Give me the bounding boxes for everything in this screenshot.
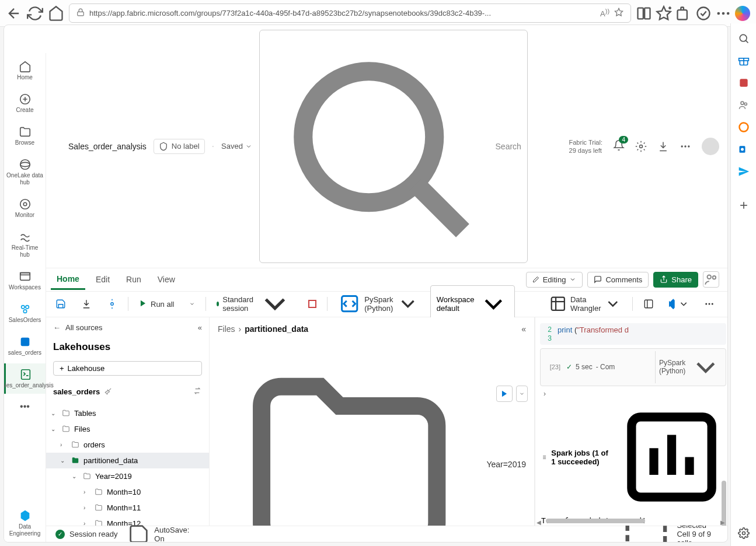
vscode-button[interactable]: [664, 296, 694, 312]
tree-files[interactable]: ⌄Files: [46, 421, 209, 437]
edge-tools-icon[interactable]: [738, 77, 750, 89]
more-icon[interactable]: [680, 141, 691, 152]
run-all-dropdown[interactable]: [184, 298, 200, 310]
scroll-right-icon[interactable]: ▶: [720, 519, 725, 526]
share-button[interactable]: Share: [653, 272, 698, 288]
edge-search-icon[interactable]: [738, 33, 750, 44]
svg-point-17: [741, 102, 744, 104]
lakehouse-name[interactable]: sales_orders: [53, 387, 100, 396]
edge-shopping-icon[interactable]: [738, 55, 750, 66]
nav-notebook[interactable]: Sales_order_analysis: [4, 363, 46, 394]
download-icon[interactable]: [657, 141, 669, 152]
avatar[interactable]: [702, 138, 719, 155]
tree-year2019[interactable]: ⌄Year=2019: [46, 468, 209, 484]
toolbar-settings-button[interactable]: [102, 296, 122, 312]
svg-point-30: [20, 200, 30, 209]
pin-icon[interactable]: [104, 387, 113, 397]
collections-icon[interactable]: [656, 5, 672, 22]
split-screen-icon[interactable]: [636, 5, 652, 22]
edge-365-icon[interactable]: [738, 121, 750, 133]
sensitivity-label[interactable]: No label: [154, 139, 205, 154]
nav-sales-orders-lh[interactable]: sales_orders: [4, 331, 46, 361]
vertical-scrollbar[interactable]: [720, 317, 726, 514]
save-status[interactable]: Saved: [221, 142, 252, 150]
back-arrow-icon[interactable]: ←: [53, 323, 61, 332]
doc-title[interactable]: Sales_order_analysis: [68, 142, 147, 151]
browser-back-button[interactable]: [6, 5, 22, 22]
add-lakehouse-button[interactable]: +Lakehouse: [53, 361, 202, 376]
edge-outlook-icon[interactable]: [738, 144, 750, 155]
svg-marker-4: [657, 6, 670, 19]
layout-button[interactable]: [639, 296, 659, 312]
browser-sync-icon[interactable]: [695, 5, 712, 22]
nav-home[interactable]: Home: [4, 55, 46, 86]
editing-mode-dropdown[interactable]: Editing: [526, 272, 583, 288]
nav-create[interactable]: Create: [4, 88, 46, 118]
extensions-icon[interactable]: [675, 5, 692, 22]
download-button[interactable]: [76, 296, 96, 312]
crumb-files[interactable]: Files: [218, 324, 235, 334]
scrollbar-thumb[interactable]: [546, 519, 645, 523]
run-cell-button[interactable]: [496, 386, 513, 402]
nav-persona[interactable]: Data Engineering: [4, 505, 46, 542]
stop-button[interactable]: [304, 297, 321, 311]
tree-partitioned[interactable]: ⌄partitioned_data: [46, 453, 209, 468]
svg-line-13: [745, 40, 748, 43]
collapse-panel-icon[interactable]: «: [198, 323, 202, 332]
file-row[interactable]: Year=2019: [210, 343, 534, 526]
search-input[interactable]: Search: [259, 30, 528, 263]
tree-orders[interactable]: ›orders: [46, 437, 209, 453]
scroll-left-icon[interactable]: ◀: [536, 519, 541, 526]
tree-month11[interactable]: ›Month=11: [46, 500, 209, 516]
edge-plus-icon[interactable]: [738, 200, 750, 211]
nav-salesorders-ws[interactable]: SalesOrders: [4, 298, 46, 328]
nav-browse[interactable]: Browse: [4, 121, 46, 151]
crumb-current[interactable]: partitioned_data: [245, 324, 308, 334]
copilot-icon[interactable]: [735, 6, 750, 21]
all-sources-link[interactable]: All sources: [65, 323, 103, 332]
code-cell[interactable]: 2print (print ("Transformed d"Transforme…: [540, 323, 726, 345]
swap-icon[interactable]: [193, 386, 202, 397]
read-aloud-icon[interactable]: A)): [600, 8, 609, 18]
nav-workspaces[interactable]: Workspaces: [4, 265, 46, 296]
run-all-button[interactable]: Run all: [134, 296, 179, 312]
tab-run[interactable]: Run: [120, 270, 147, 289]
edge-settings-icon[interactable]: [738, 527, 750, 539]
favorite-icon[interactable]: [614, 8, 623, 19]
kernel-dropdown[interactable]: PySpark (Python): [655, 351, 722, 384]
run-cell-dropdown[interactable]: [516, 386, 528, 402]
url-bar[interactable]: https://app.fabric.microsoft.com/groups/…: [69, 4, 631, 23]
language-dropdown[interactable]: PySpark (Python): [333, 289, 424, 318]
expand-output-button[interactable]: ›: [540, 387, 726, 400]
spark-jobs-row[interactable]: Spark jobs (1 of 1 succeeded): [540, 400, 726, 514]
edge-people-icon[interactable]: [738, 99, 750, 111]
tab-view[interactable]: View: [152, 270, 181, 289]
nav-more[interactable]: •••: [4, 396, 46, 416]
tree-tables[interactable]: ⌄Tables: [46, 405, 209, 421]
browser-more-icon[interactable]: [715, 5, 731, 22]
nav-realtime[interactable]: Real-Time hub: [4, 226, 46, 263]
trial-status[interactable]: Fabric Trial:29 days left: [569, 138, 602, 155]
browser-home-button[interactable]: [48, 5, 64, 22]
nav-monitor[interactable]: Monitor: [4, 193, 46, 223]
toolbar-more-button[interactable]: [699, 296, 719, 312]
nav-onelake[interactable]: OneLake data hub: [4, 153, 46, 191]
tab-edit[interactable]: Edit: [90, 270, 116, 289]
comments-button[interactable]: Comments: [587, 272, 649, 288]
data-wrangler-button[interactable]: Data Wrangler: [545, 292, 626, 316]
edge-send-icon[interactable]: [738, 166, 750, 177]
save-icon: [55, 299, 66, 309]
presence-icon[interactable]: [703, 271, 719, 288]
horizontal-scrollbar[interactable]: ◀ ▶: [540, 519, 722, 524]
chart-icon[interactable]: [618, 404, 725, 510]
browser-refresh-button[interactable]: [27, 5, 43, 22]
autosave-status[interactable]: AutoSave: On: [154, 526, 189, 543]
pencil-icon: [532, 276, 539, 283]
tab-home[interactable]: Home: [51, 270, 85, 290]
svg-point-47: [111, 303, 114, 306]
notifications-button[interactable]: 4: [613, 139, 625, 153]
save-button[interactable]: [51, 296, 71, 312]
tree-month10[interactable]: ›Month=10: [46, 484, 209, 500]
settings-icon[interactable]: [635, 141, 647, 152]
collapse-file-panel-icon[interactable]: «: [521, 324, 526, 334]
